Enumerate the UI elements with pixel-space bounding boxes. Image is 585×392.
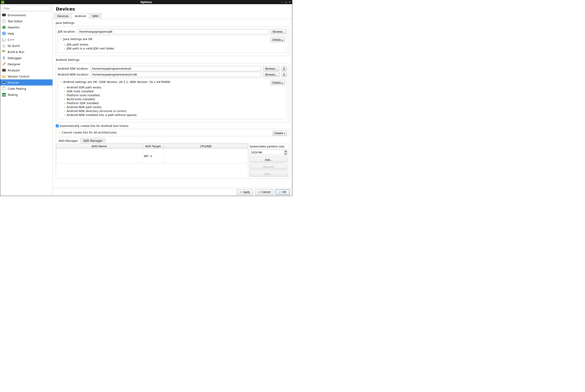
auto-create-kits-input[interactable] — [56, 124, 59, 127]
avd-manager-body: AVD Name AVD Target CPU/ABI API -1 — [56, 144, 289, 179]
sidebar-item-cpp[interactable]: C++ — [0, 36, 52, 43]
document-icon — [2, 19, 6, 23]
tab-android[interactable]: Android — [72, 13, 89, 19]
tab-qnx[interactable]: QNX — [89, 13, 102, 19]
check-icon: ✓ — [64, 47, 66, 50]
minimize-button[interactable]: — — [281, 1, 284, 4]
filter-input[interactable] — [2, 6, 51, 11]
sidebar-item-qt-quick[interactable]: Qt Quick — [0, 43, 52, 49]
qa-icon: QA — [2, 93, 6, 97]
svg-text:?: ? — [3, 32, 4, 35]
sidebar-item-label: Build & Run — [8, 50, 24, 54]
avd-col-cpu[interactable]: CPU/ABI — [164, 144, 248, 149]
android-check-item: Platform tools installed. — [67, 94, 100, 97]
svg-rect-24 — [283, 75, 285, 76]
tab-devices[interactable]: Devices — [54, 13, 72, 19]
partition-size-input[interactable] — [250, 150, 284, 155]
android-check-item: Android NDK installed into a path withou… — [67, 113, 138, 116]
apply-button[interactable]: ✔Apply — [236, 189, 253, 195]
sidebar-item-label: FakeVim — [8, 26, 20, 29]
sdk-browse-button[interactable]: Browse... — [263, 66, 280, 71]
cancel-icon: ⊘ — [258, 190, 261, 194]
sidebar-item-version-control[interactable]: Version Control — [0, 73, 52, 80]
avd-remove-button[interactable]: Remove — [250, 164, 288, 170]
sidebar-item-environment[interactable]: Environment — [0, 12, 52, 18]
cancel-button[interactable]: ⊘Cancel — [255, 189, 274, 195]
tab-sdk-manager[interactable]: SDK Manager — [80, 138, 106, 144]
analyzer-icon — [2, 68, 6, 72]
qml-icon — [2, 44, 6, 48]
avd-cell-name — [56, 149, 143, 164]
sidebar-item-text-editor[interactable]: Text Editor — [0, 18, 52, 24]
sidebar-item-label: Testing — [8, 93, 18, 96]
close-button[interactable]: ✕ — [288, 1, 291, 4]
sidebar-item-build-run[interactable]: Build & Run — [0, 49, 52, 55]
svg-point-15 — [4, 62, 6, 64]
sidebar-item-code-pasting[interactable]: Code Pasting — [0, 86, 52, 92]
svg-rect-18 — [3, 84, 5, 84]
brush-icon — [2, 62, 6, 66]
sdk-download-button[interactable] — [281, 66, 287, 71]
check-icon: ✓ — [64, 98, 66, 101]
svg-rect-10 — [2, 50, 4, 52]
svg-marker-6 — [2, 26, 6, 29]
avd-cell-target: API -1 — [142, 149, 164, 164]
table-row[interactable]: API -1 — [56, 149, 248, 164]
sidebar-item-label: Environment — [8, 14, 26, 17]
sidebar-item-help[interactable]: ?Help — [0, 30, 52, 36]
android-check-item: Android NDK path exists. — [67, 106, 102, 109]
sidebar-item-debugger[interactable]: Debugger — [0, 55, 52, 61]
auto-create-kits-checkbox[interactable]: Automatically create kits for Android to… — [56, 124, 289, 128]
hammer-icon — [2, 50, 6, 54]
ndk-location-label: Android NDK location: — [58, 73, 89, 76]
avd-cell-cpu — [164, 149, 248, 164]
kits-warning-box: ⚠ Cannot create kits for all architectur… — [56, 129, 289, 136]
ok-icon: ✔ — [279, 190, 281, 194]
sidebar-item-designer[interactable]: Designer — [0, 61, 52, 67]
avd-start-button[interactable]: Start... — [250, 171, 288, 176]
check-icon: ✓ — [64, 94, 66, 97]
android-settings-group: Android SDK location: Browse... Android … — [56, 63, 289, 122]
jdk-browse-button[interactable]: Browse... — [270, 29, 287, 34]
paste-icon — [2, 86, 6, 90]
avd-col-target[interactable]: AVD Target — [142, 144, 164, 149]
android-details-button[interactable]: Details — [270, 80, 285, 85]
ndk-location-input[interactable] — [91, 72, 261, 77]
partition-spin-buttons[interactable]: ▲▼ — [284, 150, 288, 156]
android-check-item: SDK tools installed. — [67, 90, 94, 93]
maximize-button[interactable]: ▢ — [284, 1, 288, 4]
ok-button[interactable]: ✔OK — [276, 189, 290, 195]
android-status-box: ✓ Android settings are OK. (SDK Version:… — [58, 78, 287, 119]
sidebar-item-devices[interactable]: Devices — [0, 80, 52, 86]
spin-down-icon[interactable]: ▼ — [284, 152, 287, 155]
avd-col-name[interactable]: AVD Name — [56, 144, 143, 149]
sdk-location-input[interactable] — [90, 66, 261, 71]
chevron-up-icon — [282, 38, 283, 41]
tab-avd-manager[interactable]: AVD Manager — [56, 138, 81, 144]
jdk-location-label: JDK location: — [58, 30, 76, 33]
java-settings-group: JDK location: Browse... ✓ Java Settings … — [56, 26, 289, 56]
device-icon — [2, 80, 6, 84]
ndk-browse-button[interactable]: Browse... — [263, 72, 280, 77]
sidebar-item-analyzer[interactable]: Analyzer — [0, 67, 52, 73]
sidebar-item-testing[interactable]: QATesting — [0, 92, 52, 98]
help-icon: ? — [2, 32, 6, 36]
sidebar-list: Environment Text Editor FakeVim ?Help C+… — [0, 12, 52, 196]
svg-rect-19 — [3, 87, 5, 90]
jdk-location-input[interactable] — [78, 29, 268, 34]
partition-size-label: System/data partition size: — [250, 145, 288, 148]
sdk-location-label: Android SDK location: — [58, 67, 88, 70]
sidebar: Environment Text Editor FakeVim ?Help C+… — [0, 4, 53, 196]
ndk-download-button[interactable] — [281, 72, 287, 77]
android-status-text: Android settings are OK. (SDK Version: 2… — [63, 80, 170, 84]
sidebar-item-label: Analyzer — [8, 69, 20, 72]
warning-icon: ⚠ — [58, 131, 61, 134]
avd-add-button[interactable]: Add... — [250, 157, 288, 162]
svg-line-14 — [3, 63, 5, 66]
titlebar: Options — ▢ ✕ — [0, 0, 292, 4]
sidebar-item-fakevim[interactable]: FakeVim — [0, 24, 52, 30]
sidebar-item-label: Text Editor — [8, 20, 23, 23]
spin-up-icon[interactable]: ▲ — [284, 150, 287, 152]
java-details-button[interactable]: Details — [270, 37, 285, 42]
kits-details-button[interactable]: Details — [272, 130, 287, 136]
